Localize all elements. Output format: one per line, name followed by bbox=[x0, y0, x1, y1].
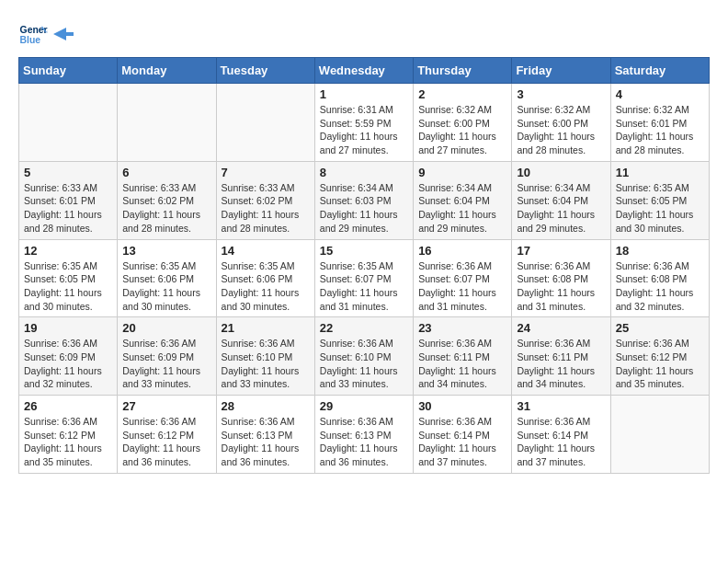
day-number: 5 bbox=[24, 166, 112, 179]
calendar-cell: 27Sunrise: 6:36 AM Sunset: 6:12 PM Dayli… bbox=[118, 396, 216, 474]
calendar-week-row: 1Sunrise: 6:31 AM Sunset: 5:59 PM Daylig… bbox=[19, 84, 710, 162]
svg-text:General: General bbox=[20, 25, 48, 35]
calendar-week-row: 5Sunrise: 6:33 AM Sunset: 6:01 PM Daylig… bbox=[19, 161, 710, 239]
day-number: 31 bbox=[517, 399, 605, 413]
calendar-cell: 28Sunrise: 6:36 AM Sunset: 6:13 PM Dayli… bbox=[216, 396, 314, 474]
calendar-header-monday: Monday bbox=[118, 58, 216, 84]
day-info: Sunrise: 6:36 AM Sunset: 6:14 PM Dayligh… bbox=[517, 415, 605, 469]
logo-icon: General Blue bbox=[18, 18, 48, 48]
logo-arrow-icon bbox=[53, 28, 74, 40]
day-info: Sunrise: 6:34 AM Sunset: 6:03 PM Dayligh… bbox=[320, 181, 408, 236]
calendar-week-row: 12Sunrise: 6:35 AM Sunset: 6:05 PM Dayli… bbox=[19, 239, 710, 317]
day-info: Sunrise: 6:36 AM Sunset: 6:11 PM Dayligh… bbox=[517, 337, 605, 391]
day-number: 12 bbox=[24, 244, 112, 258]
day-number: 8 bbox=[320, 166, 408, 179]
day-number: 9 bbox=[418, 166, 506, 179]
header: General Blue bbox=[18, 18, 710, 48]
day-number: 1 bbox=[320, 87, 408, 101]
calendar-cell bbox=[610, 396, 709, 474]
day-info: Sunrise: 6:36 AM Sunset: 6:10 PM Dayligh… bbox=[320, 337, 408, 391]
day-number: 24 bbox=[517, 321, 605, 335]
calendar-cell: 12Sunrise: 6:35 AM Sunset: 6:05 PM Dayli… bbox=[19, 239, 118, 317]
calendar-cell: 6Sunrise: 6:33 AM Sunset: 6:02 PM Daylig… bbox=[118, 161, 216, 239]
day-info: Sunrise: 6:36 AM Sunset: 6:12 PM Dayligh… bbox=[24, 415, 112, 469]
day-info: Sunrise: 6:36 AM Sunset: 6:13 PM Dayligh… bbox=[222, 415, 310, 469]
day-number: 13 bbox=[122, 244, 210, 258]
day-info: Sunrise: 6:32 AM Sunset: 6:00 PM Dayligh… bbox=[418, 103, 506, 157]
day-info: Sunrise: 6:36 AM Sunset: 6:08 PM Dayligh… bbox=[517, 259, 605, 314]
day-number: 2 bbox=[418, 87, 506, 101]
calendar-cell bbox=[216, 84, 314, 162]
day-info: Sunrise: 6:35 AM Sunset: 6:06 PM Dayligh… bbox=[122, 259, 210, 314]
calendar-cell bbox=[19, 84, 118, 162]
calendar-header-friday: Friday bbox=[512, 58, 610, 84]
day-info: Sunrise: 6:36 AM Sunset: 6:08 PM Dayligh… bbox=[616, 259, 704, 314]
day-number: 22 bbox=[320, 321, 408, 335]
calendar-header-thursday: Thursday bbox=[414, 58, 512, 84]
calendar-week-row: 19Sunrise: 6:36 AM Sunset: 6:09 PM Dayli… bbox=[19, 317, 710, 396]
day-number: 7 bbox=[222, 166, 310, 179]
day-number: 26 bbox=[24, 399, 112, 413]
calendar-cell: 25Sunrise: 6:36 AM Sunset: 6:12 PM Dayli… bbox=[610, 317, 709, 396]
day-info: Sunrise: 6:36 AM Sunset: 6:11 PM Dayligh… bbox=[418, 337, 506, 391]
day-info: Sunrise: 6:31 AM Sunset: 5:59 PM Dayligh… bbox=[320, 103, 408, 157]
calendar-cell: 24Sunrise: 6:36 AM Sunset: 6:11 PM Dayli… bbox=[512, 317, 610, 396]
day-number: 25 bbox=[616, 321, 704, 335]
calendar-cell: 2Sunrise: 6:32 AM Sunset: 6:00 PM Daylig… bbox=[414, 84, 512, 162]
day-number: 23 bbox=[418, 321, 506, 335]
day-number: 15 bbox=[320, 244, 408, 258]
day-info: Sunrise: 6:36 AM Sunset: 6:07 PM Dayligh… bbox=[418, 259, 506, 314]
day-number: 18 bbox=[616, 244, 704, 258]
day-info: Sunrise: 6:36 AM Sunset: 6:12 PM Dayligh… bbox=[616, 337, 704, 391]
day-number: 17 bbox=[517, 244, 605, 258]
day-number: 4 bbox=[616, 87, 704, 101]
calendar-table: SundayMondayTuesdayWednesdayThursdayFrid… bbox=[18, 57, 710, 474]
calendar-cell: 31Sunrise: 6:36 AM Sunset: 6:14 PM Dayli… bbox=[512, 396, 610, 474]
calendar-cell: 9Sunrise: 6:34 AM Sunset: 6:04 PM Daylig… bbox=[414, 161, 512, 239]
day-info: Sunrise: 6:35 AM Sunset: 6:07 PM Dayligh… bbox=[320, 259, 408, 314]
day-info: Sunrise: 6:35 AM Sunset: 6:05 PM Dayligh… bbox=[24, 259, 112, 314]
calendar-cell: 5Sunrise: 6:33 AM Sunset: 6:01 PM Daylig… bbox=[19, 161, 118, 239]
day-info: Sunrise: 6:36 AM Sunset: 6:12 PM Dayligh… bbox=[122, 415, 210, 469]
day-number: 20 bbox=[122, 321, 210, 335]
day-info: Sunrise: 6:34 AM Sunset: 6:04 PM Dayligh… bbox=[418, 181, 506, 236]
day-number: 29 bbox=[320, 399, 408, 413]
calendar-cell: 26Sunrise: 6:36 AM Sunset: 6:12 PM Dayli… bbox=[19, 396, 118, 474]
calendar-header-row: SundayMondayTuesdayWednesdayThursdayFrid… bbox=[19, 58, 710, 84]
calendar-cell: 22Sunrise: 6:36 AM Sunset: 6:10 PM Dayli… bbox=[314, 317, 413, 396]
calendar-cell: 10Sunrise: 6:34 AM Sunset: 6:04 PM Dayli… bbox=[512, 161, 610, 239]
calendar-cell: 16Sunrise: 6:36 AM Sunset: 6:07 PM Dayli… bbox=[414, 239, 512, 317]
day-number: 10 bbox=[517, 166, 605, 179]
day-number: 11 bbox=[616, 166, 704, 179]
calendar-cell: 14Sunrise: 6:35 AM Sunset: 6:06 PM Dayli… bbox=[216, 239, 314, 317]
calendar-cell: 19Sunrise: 6:36 AM Sunset: 6:09 PM Dayli… bbox=[19, 317, 118, 396]
calendar-header-tuesday: Tuesday bbox=[216, 58, 314, 84]
day-info: Sunrise: 6:36 AM Sunset: 6:14 PM Dayligh… bbox=[418, 415, 506, 469]
calendar-cell: 1Sunrise: 6:31 AM Sunset: 5:59 PM Daylig… bbox=[314, 84, 413, 162]
day-number: 3 bbox=[517, 87, 605, 101]
day-number: 16 bbox=[418, 244, 506, 258]
calendar-header-wednesday: Wednesday bbox=[314, 58, 413, 84]
calendar-cell: 4Sunrise: 6:32 AM Sunset: 6:01 PM Daylig… bbox=[610, 84, 709, 162]
day-info: Sunrise: 6:33 AM Sunset: 6:01 PM Dayligh… bbox=[24, 181, 112, 236]
calendar-cell: 18Sunrise: 6:36 AM Sunset: 6:08 PM Dayli… bbox=[610, 239, 709, 317]
calendar-cell: 3Sunrise: 6:32 AM Sunset: 6:00 PM Daylig… bbox=[512, 84, 610, 162]
calendar-cell: 21Sunrise: 6:36 AM Sunset: 6:10 PM Dayli… bbox=[216, 317, 314, 396]
calendar-cell: 20Sunrise: 6:36 AM Sunset: 6:09 PM Dayli… bbox=[118, 317, 216, 396]
day-info: Sunrise: 6:33 AM Sunset: 6:02 PM Dayligh… bbox=[122, 181, 210, 236]
day-info: Sunrise: 6:36 AM Sunset: 6:13 PM Dayligh… bbox=[320, 415, 408, 469]
day-info: Sunrise: 6:32 AM Sunset: 6:01 PM Dayligh… bbox=[616, 103, 704, 157]
day-number: 6 bbox=[122, 166, 210, 179]
calendar-cell: 8Sunrise: 6:34 AM Sunset: 6:03 PM Daylig… bbox=[314, 161, 413, 239]
calendar-cell: 29Sunrise: 6:36 AM Sunset: 6:13 PM Dayli… bbox=[314, 396, 413, 474]
calendar-cell: 17Sunrise: 6:36 AM Sunset: 6:08 PM Dayli… bbox=[512, 239, 610, 317]
day-info: Sunrise: 6:35 AM Sunset: 6:06 PM Dayligh… bbox=[222, 259, 310, 314]
day-info: Sunrise: 6:35 AM Sunset: 6:05 PM Dayligh… bbox=[616, 181, 704, 236]
svg-marker-4 bbox=[53, 28, 74, 40]
calendar-cell bbox=[118, 84, 216, 162]
calendar-cell: 7Sunrise: 6:33 AM Sunset: 6:02 PM Daylig… bbox=[216, 161, 314, 239]
day-number: 21 bbox=[222, 321, 310, 335]
day-number: 19 bbox=[24, 321, 112, 335]
svg-text:Blue: Blue bbox=[20, 35, 41, 45]
day-info: Sunrise: 6:36 AM Sunset: 6:09 PM Dayligh… bbox=[122, 337, 210, 391]
